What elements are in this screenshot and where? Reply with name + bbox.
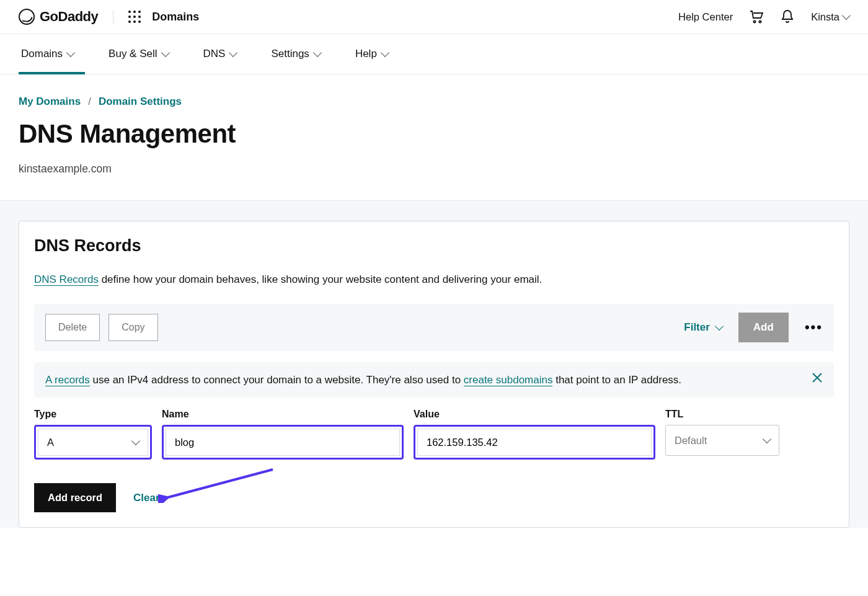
content-area: DNS Records DNS Records define how your … <box>0 200 868 528</box>
nav-label: DNS <box>203 48 226 60</box>
value-input-wrap <box>417 429 652 456</box>
breadcrumb-separator: / <box>88 96 91 108</box>
info-text-mid: use an IPv4 address to connect your doma… <box>90 374 464 386</box>
nav-label: Buy & Sell <box>108 48 157 60</box>
brand-text: GoDaddy <box>40 9 98 25</box>
type-label: Type <box>34 409 152 420</box>
name-highlight <box>162 425 404 460</box>
filter-button[interactable]: Filter <box>684 321 722 334</box>
chevron-down-icon <box>313 48 322 57</box>
value-label: Value <box>414 409 655 420</box>
brand-logo[interactable]: GoDaddy <box>19 9 98 25</box>
nav-label: Settings <box>271 48 309 60</box>
info-text-end: that point to an IP address. <box>552 374 681 386</box>
form-actions: Add record Clear <box>34 483 834 512</box>
bell-icon[interactable] <box>780 9 795 24</box>
breadcrumb-domain-settings[interactable]: Domain Settings <box>99 96 182 108</box>
page-header: My Domains / Domain Settings DNS Managem… <box>0 74 868 200</box>
field-name: Name <box>162 409 404 460</box>
breadcrumb-my-domains[interactable]: My Domains <box>19 96 81 108</box>
svg-line-2 <box>166 469 273 498</box>
divider <box>113 10 113 24</box>
user-menu[interactable]: Kinsta <box>811 11 849 23</box>
chevron-down-icon <box>229 48 237 57</box>
cart-icon[interactable] <box>749 9 764 24</box>
name-input[interactable] <box>175 437 391 448</box>
clear-link[interactable]: Clear <box>133 492 160 504</box>
ttl-value: Default <box>675 435 707 447</box>
field-ttl: TTL Default <box>665 409 779 460</box>
app-launcher-icon[interactable] <box>128 11 141 23</box>
godaddy-logo-icon <box>19 9 35 25</box>
a-records-link[interactable]: A records <box>45 374 90 386</box>
more-icon[interactable]: ••• <box>805 319 823 336</box>
dns-records-card: DNS Records DNS Records define how your … <box>19 221 849 528</box>
delete-button[interactable]: Delete <box>45 314 100 341</box>
chevron-down-icon <box>763 435 771 443</box>
page-title: DNS Management <box>19 119 849 149</box>
type-value: A <box>47 437 54 448</box>
add-record-form: Type A Name Value <box>34 409 834 460</box>
user-name: Kinsta <box>811 11 839 23</box>
records-heading: DNS Records <box>34 236 834 256</box>
nav-help[interactable]: Help <box>355 48 388 74</box>
secondary-nav: Domains Buy & Sell DNS Settings Help <box>0 34 868 74</box>
annotation-arrow-icon <box>158 466 276 503</box>
value-input[interactable] <box>427 437 642 448</box>
chevron-down-icon <box>66 48 75 57</box>
nav-domains[interactable]: Domains <box>21 48 74 74</box>
records-toolbar: Delete Copy Filter Add ••• <box>34 304 834 351</box>
field-type: Type A <box>34 409 152 460</box>
field-value: Value <box>414 409 655 460</box>
create-subdomains-link[interactable]: create subdomains <box>464 374 553 386</box>
ttl-label: TTL <box>665 409 779 420</box>
svg-point-1 <box>760 20 761 22</box>
chevron-down-icon <box>842 11 851 20</box>
svg-point-0 <box>754 20 756 22</box>
nav-buy-sell[interactable]: Buy & Sell <box>108 48 168 74</box>
name-input-wrap <box>166 429 400 456</box>
ttl-select[interactable]: Default <box>665 425 779 456</box>
chevron-down-icon <box>161 48 169 57</box>
name-label: Name <box>162 409 404 420</box>
chevron-down-icon <box>131 437 140 445</box>
filter-label: Filter <box>684 321 710 334</box>
top-bar: GoDaddy Domains Help Center Kinsta <box>0 0 868 34</box>
info-text: A records use an IPv4 address to connect… <box>45 372 681 388</box>
type-select[interactable]: A <box>38 429 148 456</box>
nav-settings[interactable]: Settings <box>271 48 320 74</box>
dns-records-link[interactable]: DNS Records <box>34 274 99 286</box>
info-banner: A records use an IPv4 address to connect… <box>34 362 834 398</box>
domain-name: kinstaexample.com <box>19 162 849 176</box>
copy-button[interactable]: Copy <box>108 314 157 341</box>
value-highlight <box>414 425 655 460</box>
top-section-label[interactable]: Domains <box>152 11 199 24</box>
records-description-text: define how your domain behaves, like sho… <box>99 274 542 285</box>
nav-label: Domains <box>21 48 63 60</box>
chevron-down-icon <box>381 48 389 57</box>
help-center-link[interactable]: Help Center <box>678 11 733 23</box>
type-highlight: A <box>34 425 152 460</box>
chevron-down-icon <box>715 321 724 330</box>
breadcrumb: My Domains / Domain Settings <box>19 96 849 108</box>
nav-label: Help <box>355 48 377 60</box>
close-icon[interactable] <box>812 372 823 388</box>
add-button[interactable]: Add <box>738 313 789 342</box>
nav-dns[interactable]: DNS <box>203 48 237 74</box>
records-description: DNS Records define how your domain behav… <box>34 272 834 288</box>
add-record-button[interactable]: Add record <box>34 483 116 512</box>
